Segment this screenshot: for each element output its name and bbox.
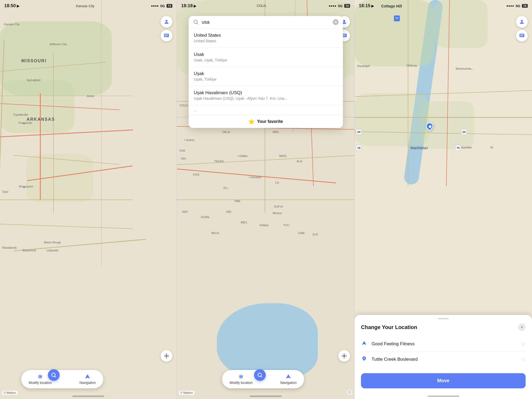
middle-5g: 5G [338,4,342,8]
left-status-bar: 18:50 ▶ Kansas City ●●●● 5G 73 [0,0,177,12]
mid-label-juarez: l Juárez [184,138,195,142]
right-status-bar: 18:15 ▶ ●●●● 5G 74 [355,0,532,12]
mid-label-nay: NAY. [182,210,188,213]
mid-label-qr: Q.R. [313,233,319,236]
search-result-2[interactable]: Uşak Uşak, Türkiye [189,67,343,86]
right-status-icons: ●●●● 5G 74 [506,4,528,8]
search-result-3-name: Uşak Havalimanı (USQ) [194,90,338,95]
svg-point-13 [343,20,345,22]
left-locate-button[interactable] [161,350,172,362]
search-result-0-name: United States [194,33,338,38]
middle-modify-icon [238,374,244,380]
mid-label-okla: OKLA. [222,130,231,134]
right-label-w: W. [490,146,494,149]
locate-icon [164,353,169,359]
svg-marker-23 [286,374,291,379]
move-button[interactable]: Move [361,373,526,388]
user-icon [164,19,169,25]
left-map-background: MISSOURI ARKANSAS Kansas City Jefferson … [0,0,177,399]
middle-time: 18:18 ▶ [181,3,196,9]
middle-battery: 74 [344,4,350,8]
search-result-1-sub: Usak, Uşak, Türkiye [194,58,338,62]
search-result-0-sub: United States [194,39,338,43]
location-name-1: Tuttle Creek Boulevard [372,357,517,362]
search-result-1[interactable]: Usak Usak, Uşak, Türkiye [189,48,343,67]
mid-label-guan: GUAN. [201,215,210,219]
svg-point-24 [521,20,523,22]
sheet-close-button[interactable]: × [518,323,526,331]
favorite-star-icon: ⭐ [248,118,255,125]
right-highway-75: 75 [455,145,461,151]
svg-line-12 [197,23,198,24]
mid-label-xalapa: Xalapa [259,223,268,227]
search-input[interactable] [202,19,330,25]
right-user-icon [519,19,525,25]
middle-search-float[interactable] [254,369,266,381]
location-fav-star-1[interactable]: ☆ [521,356,526,363]
middle-panel: COLO. COLO. N.M. KANS. OKLA. TEXAS MO. A… [177,0,355,399]
mid-label-mexico: Mexico [273,211,282,215]
right-user-button[interactable] [516,16,528,28]
svg-rect-16 [343,36,345,36]
svg-rect-15 [343,35,346,35]
mid-label-cam: CAM. [298,231,305,235]
search-bar: ✕ [189,16,343,28]
mid-label-mich: MICH. [211,231,220,235]
left-label-batonrouge: Baton Rouge [44,241,61,244]
left-navigation-btn[interactable]: Navigation [75,372,100,386]
location-nav-icon [361,340,367,347]
middle-navigation-btn[interactable]: Navigation [276,372,301,386]
location-item-0[interactable]: Good Feeling Fitness ☆ [361,336,526,352]
right-map-pin [426,122,434,131]
right-panel: 77 24 24 18 75 Cottage Hill Randolph Ols… [355,0,532,399]
svg-rect-3 [165,36,167,36]
left-time: 18:50 ▶ [4,3,19,9]
svg-marker-28 [362,341,367,345]
right-chat-button[interactable] [516,30,528,41]
search-result-3[interactable]: Uşak Havalimanı (USQ) Uşak Havalimanı (U… [189,86,343,105]
left-label-lafayette: Lafayette [47,249,59,252]
search-favorite-banner: ⭐ Your favorite [189,115,343,128]
left-modify-label: Modify location [29,381,52,385]
svg-point-11 [194,20,197,24]
left-label-tyler: Tyler [2,190,9,193]
middle-status-icons: ●●●● 5G 74 [329,4,350,8]
left-mapbox-badge: © Mapbox [2,391,18,395]
svg-rect-25 [519,34,524,37]
search-clear-button[interactable]: ✕ [333,19,339,25]
middle-navigation-label: Navigation [280,381,297,385]
mid-label-nm: N.M. [180,149,186,152]
left-nav-arrow: ▶ [17,4,19,8]
left-signal: ●●●● [151,4,159,8]
location-pin-icon [361,356,367,363]
left-search-float[interactable] [48,369,60,381]
middle-locate-button[interactable] [338,350,350,362]
mid-label-gulf-of: Gulf of [274,205,282,208]
right-5g: 5G [516,4,520,8]
svg-rect-26 [520,35,524,35]
mid-label-colo: COLO. [180,104,189,107]
left-label-woodlands: Woodlands [2,246,17,249]
middle-modify-btn[interactable]: Modify location [225,372,257,386]
svg-marker-10 [85,374,90,379]
mid-label-la: LA. [275,181,280,184]
search-result-0[interactable]: United States United States [189,28,343,48]
right-highway-18: 18 [356,145,362,151]
sheet-header: Change Your Location × [361,323,526,331]
right-battery: 74 [522,4,528,8]
left-home-indicator [72,396,104,397]
location-item-1[interactable]: Tuttle Creek Boulevard ☆ [361,352,526,367]
sheet-handle [438,318,449,319]
svg-point-4 [166,355,167,357]
right-label-westmore: Westmorela... [456,67,474,70]
svg-rect-27 [520,36,523,36]
location-fav-star-0[interactable]: ☆ [521,341,526,347]
middle-info-badge[interactable]: ⓘ [347,389,352,395]
left-chat-button[interactable] [161,30,172,41]
favorite-label: Your favorite [257,119,283,124]
search-result-2-sub: Uşak, Türkiye [194,77,338,81]
left-user-button[interactable] [161,16,172,28]
modify-icon [37,374,43,380]
mid-label-hid: HID. [226,210,232,213]
right-highway-77: 77 [394,15,400,21]
